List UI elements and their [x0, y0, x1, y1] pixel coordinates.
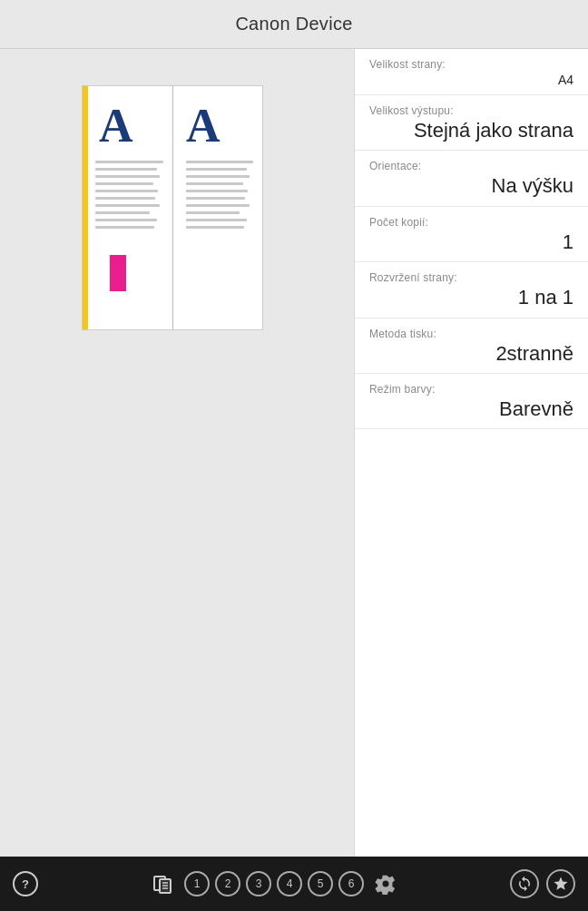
page-number-6[interactable]: 6: [338, 871, 364, 896]
page-number-4[interactable]: 4: [277, 871, 302, 896]
copies-label: Počet kopií:: [369, 216, 573, 229]
toolbar-right: [510, 869, 575, 898]
line: [95, 175, 160, 178]
layout-value: 1 na 1: [369, 286, 573, 309]
output-size-value: Stejná jako strana: [369, 119, 573, 142]
line: [186, 219, 247, 221]
orientation-value: Na výšku: [369, 174, 573, 198]
line: [95, 182, 153, 185]
line: [95, 219, 157, 221]
color-mode-value: Barevně: [369, 397, 573, 421]
bottom-toolbar: ? 1 2 3 4 5 6: [0, 857, 588, 911]
line: [95, 168, 157, 171]
line: [186, 182, 243, 185]
line: [95, 190, 158, 192]
page-left-lines: [95, 161, 163, 229]
print-method-row[interactable]: Metoda tisku: 2stranně: [355, 318, 588, 374]
copies-row[interactable]: Počet kopií: 1: [355, 207, 588, 262]
color-mode-label: Režim barvy:: [369, 383, 573, 396]
toolbar-middle: 1 2 3 4 5 6: [146, 867, 402, 900]
page-size-value: A4: [369, 73, 573, 87]
print-method-value: 2stranně: [369, 342, 573, 366]
settings-icon[interactable]: [369, 867, 402, 900]
line: [95, 226, 154, 229]
line: [186, 226, 244, 229]
page-size-row[interactable]: Velikost strany: A4: [355, 49, 588, 95]
favorite-button[interactable]: [546, 869, 575, 898]
line: [186, 168, 247, 171]
page-number-5[interactable]: 5: [308, 871, 333, 896]
page-number-1[interactable]: 1: [184, 871, 210, 896]
preview-panel: A: [0, 49, 354, 857]
output-size-row[interactable]: Velikost výstupu: Stejná jako strana: [355, 95, 588, 151]
orientation-row[interactable]: Orientace: Na výšku: [355, 151, 588, 206]
color-mode-row[interactable]: Režim barvy: Barevně: [355, 374, 588, 429]
line: [95, 197, 155, 200]
page-right-letter: A: [186, 103, 220, 150]
copies-value: 1: [369, 230, 573, 254]
line: [95, 211, 150, 214]
pages-container: A: [82, 85, 272, 330]
page-left-letter: A: [99, 103, 133, 150]
page-title: Canon Device: [235, 14, 352, 34]
line: [186, 197, 245, 200]
layout-row[interactable]: Rozvržení strany: 1 na 1: [355, 262, 588, 318]
line: [186, 161, 253, 163]
line: [95, 161, 163, 163]
help-button[interactable]: ?: [13, 871, 38, 896]
pink-rectangle: [110, 255, 126, 291]
header: Canon Device: [0, 0, 588, 49]
page-number-2[interactable]: 2: [215, 871, 240, 896]
orientation-label: Orientace:: [369, 160, 573, 172]
line: [186, 175, 250, 178]
page-size-label: Velikost strany:: [369, 58, 573, 71]
line: [186, 211, 240, 214]
refresh-button[interactable]: [510, 869, 539, 898]
document-preview: A: [82, 85, 272, 339]
layout-label: Rozvržení strany:: [369, 271, 573, 284]
page-right-lines: [186, 161, 253, 229]
page-number-3[interactable]: 3: [246, 871, 271, 896]
main-content: A: [0, 49, 588, 857]
page-right: A: [172, 85, 263, 330]
output-size-label: Velikost výstupu:: [369, 104, 573, 117]
line: [186, 190, 248, 192]
line: [95, 204, 160, 207]
settings-panel: Velikost strany: A4 Velikost výstupu: St…: [354, 49, 588, 857]
line: [186, 204, 250, 207]
pages-icon[interactable]: [146, 867, 179, 900]
print-method-label: Metoda tisku:: [369, 328, 573, 340]
page-left: A: [82, 85, 172, 330]
